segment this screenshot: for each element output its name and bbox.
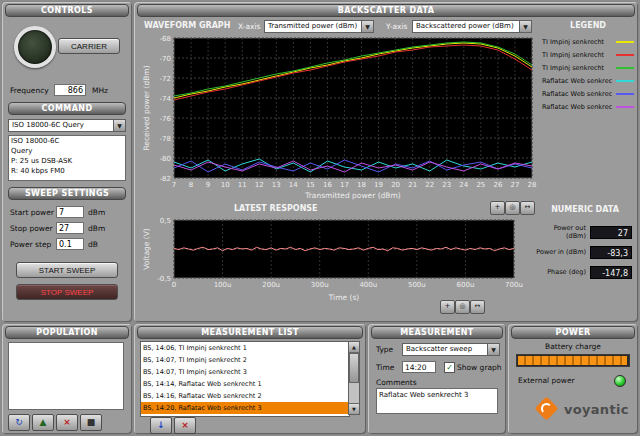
y-axis-label: Y-axis	[386, 22, 407, 31]
legend-item-label: TI Impinj senkrecht	[542, 64, 604, 72]
svg-text:7: 7	[172, 181, 176, 189]
svg-text:Time (s): Time (s)	[328, 293, 360, 302]
svg-text:13: 13	[272, 181, 281, 189]
stop-power-label: Stop power	[10, 224, 56, 233]
external-power-label: External power	[518, 376, 575, 385]
legend-line-icon	[616, 41, 634, 43]
svg-text:10: 10	[221, 181, 230, 189]
svg-text:18: 18	[357, 181, 366, 189]
legend-item[interactable]: TI Impinj senkrecht	[542, 48, 634, 61]
type-dropdown[interactable]: Backscatter sweep ▼	[402, 343, 500, 356]
frequency-input[interactable]	[54, 84, 86, 96]
chevron-down-icon[interactable]: ▼	[113, 120, 125, 131]
population-up-icon[interactable]: ▲	[32, 414, 54, 431]
measurement-list-item-selected[interactable]: BS, 14:20, Raflatac Web senkrecht 3	[141, 402, 349, 414]
population-save-icon[interactable]: ■	[80, 414, 102, 431]
population-listbox[interactable]	[8, 342, 124, 410]
legend-item-label: TI Impinj senkrecht	[542, 51, 604, 59]
measurement-list-item[interactable]: BS, 14:14, Raflatac Web senkrecht 1	[141, 378, 349, 390]
command-detail-line: ISO 18000-6C	[9, 136, 125, 146]
svg-text:-70: -70	[160, 55, 171, 63]
svg-text:8: 8	[189, 181, 193, 189]
graph-zoom-icon[interactable]: ◎	[505, 201, 520, 215]
chevron-down-icon[interactable]: ▼	[519, 21, 531, 32]
legend-line-icon	[616, 106, 634, 108]
numeric-row: Phase (deg) -147,8	[536, 262, 632, 282]
graph-pan-icon[interactable]: ↔	[520, 201, 535, 215]
svg-text:-74: -74	[160, 95, 172, 103]
svg-text:19: 19	[374, 181, 383, 189]
measurement-list-scrollbar[interactable]: ▲ ▼	[348, 341, 360, 415]
scroll-down-icon[interactable]: ▼	[349, 403, 359, 414]
population-refresh-icon[interactable]: ↻	[8, 414, 30, 431]
legend-line-icon	[616, 80, 634, 82]
svg-text:24: 24	[459, 181, 468, 189]
legend-item[interactable]: TI Impinj senkrecht	[542, 35, 634, 48]
measurement-list-item[interactable]: BS, 14:07, TI Impinj senkrecht 2	[141, 354, 349, 366]
power-in-value: -83,3	[590, 246, 632, 259]
scroll-up-icon[interactable]: ▲	[349, 342, 359, 353]
legend-item[interactable]: Raflatac Web senkrec	[542, 74, 634, 87]
population-delete-icon[interactable]: ×	[56, 414, 78, 431]
sweep-row: Power step dB	[10, 236, 126, 252]
stop-power-input[interactable]	[56, 222, 84, 234]
x-axis-dropdown[interactable]: Transmitted power (dBm) ▼	[264, 20, 374, 33]
external-power-led-icon	[614, 375, 626, 387]
y-axis-dropdown-value: Backscattered power (dBm)	[416, 22, 514, 30]
carrier-button[interactable]: CARRIER	[58, 38, 120, 54]
command-dropdown[interactable]: ISO 18000-6C Query ▼	[8, 119, 126, 132]
start-power-unit: dBm	[88, 208, 105, 217]
backscatter-title: BACKSCATTER DATA	[137, 4, 635, 17]
show-graph-label: Show graph	[457, 363, 502, 372]
svg-text:0,5: 0,5	[160, 217, 171, 225]
measurement-panel: MEASUREMENT Type Backscatter sweep ▼ Tim…	[368, 324, 506, 434]
power-panel: POWER Battery charge External power voya…	[508, 324, 638, 434]
graph-pan-icon[interactable]: ↔	[470, 300, 485, 314]
power-step-input[interactable]	[56, 238, 84, 250]
svg-text:600u: 600u	[457, 281, 475, 289]
show-graph-checkbox[interactable]: ✓	[444, 362, 455, 373]
y-axis-dropdown[interactable]: Backscattered power (dBm) ▼	[412, 20, 532, 33]
measurement-list-item[interactable]: BS, 14:16, Raflatac Web senkrecht 2	[141, 390, 349, 402]
svg-text:700u: 700u	[505, 281, 523, 289]
voyantic-logo-icon	[534, 396, 558, 420]
load-measurement-icon[interactable]: ↓	[150, 417, 172, 434]
chevron-down-icon[interactable]: ▼	[361, 21, 373, 32]
command-dropdown-value: ISO 18000-6C Query	[12, 121, 84, 129]
legend-item[interactable]: Raflatac Web senkrec	[542, 100, 634, 113]
legend-item[interactable]: TI Impinj senkrecht	[542, 61, 634, 74]
legend-item-label: Raflatac Web senkrec	[542, 103, 612, 111]
backscatter-data-panel: BACKSCATTER DATA WAVEFORM GRAPH X-axis T…	[134, 2, 638, 322]
graph-crosshair-icon[interactable]: +	[490, 201, 505, 215]
stop-sweep-button[interactable]: STOP SWEEP	[16, 284, 118, 300]
battery-fill-bar	[518, 356, 627, 365]
start-power-input[interactable]	[56, 206, 84, 218]
legend-line-icon	[616, 67, 634, 69]
svg-text:26: 26	[493, 181, 502, 189]
delete-measurement-icon[interactable]: ×	[174, 417, 196, 434]
scrollbar-thumb[interactable]	[349, 353, 359, 383]
comments-input[interactable]: Raflatac Web senkrecht 3	[376, 388, 498, 414]
svg-text:Transmitted power (dBm): Transmitted power (dBm)	[304, 191, 401, 200]
waveform-graph-label: WAVEFORM GRAPH	[144, 21, 230, 30]
svg-text:23: 23	[442, 181, 451, 189]
stop-power-unit: dBm	[88, 224, 105, 233]
phase-label: Phase (deg)	[536, 268, 590, 276]
start-sweep-button[interactable]: START SWEEP	[16, 262, 118, 278]
svg-text:100u: 100u	[214, 281, 232, 289]
svg-text:200u: 200u	[262, 281, 280, 289]
power-step-unit: dB	[88, 240, 98, 249]
svg-text:16: 16	[323, 181, 332, 189]
controls-panel: CONTROLS CARRIER Frequency MHz COMMAND I…	[2, 2, 132, 322]
measurement-list-item[interactable]: BS, 14:07, TI Impinj senkrecht 3	[141, 366, 349, 378]
legend-item[interactable]: Raflatac Web senkrec	[542, 87, 634, 100]
measurement-list-panel: MEASUREMENT LIST BS, 14:06, TI Impinj se…	[134, 324, 366, 434]
graph-zoom-icon[interactable]: ◎	[455, 300, 470, 314]
chevron-down-icon[interactable]: ▼	[487, 344, 499, 355]
legend-item-label: Raflatac Web senkrec	[542, 90, 612, 98]
graph-crosshair-icon[interactable]: +	[440, 300, 455, 314]
legend-title: LEGEND	[542, 21, 634, 30]
command-detail-line: P: 25 us DSB-ASK	[9, 156, 125, 166]
legend-item-label: TI Impinj senkrecht	[542, 38, 604, 46]
measurement-list-item[interactable]: BS, 14:06, TI Impinj senkrecht 1	[141, 342, 349, 354]
